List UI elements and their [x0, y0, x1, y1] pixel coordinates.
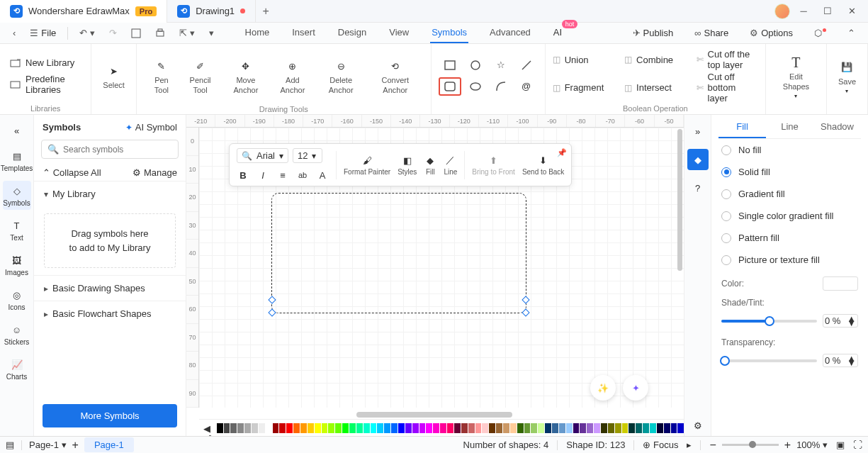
more-symbols-button[interactable]: More Symbols — [43, 404, 177, 427]
color-swatch[interactable] — [587, 423, 593, 433]
color-swatch[interactable] — [328, 423, 334, 433]
color-swatch[interactable] — [398, 423, 405, 433]
color-swatch[interactable] — [671, 423, 677, 433]
maximize-button[interactable]: ☐ — [817, 1, 838, 21]
union-button[interactable]: ◫ Union — [553, 49, 614, 70]
color-swatch[interactable] — [335, 423, 342, 433]
color-swatch[interactable] — [363, 423, 370, 433]
menu-home[interactable]: Home — [244, 23, 271, 43]
basic-flowchart-section[interactable]: ▸ Basic Flowchart Shapes — [34, 301, 186, 326]
color-swatch[interactable] — [286, 423, 293, 433]
doc-tab[interactable]: ⟲ Drawing1 — [167, 0, 256, 23]
color-swatch[interactable] — [461, 423, 468, 433]
color-swatch[interactable] — [657, 423, 663, 433]
move-anchor-tool[interactable]: ✥Move Anchor — [221, 48, 270, 105]
shape-arc[interactable] — [490, 77, 512, 96]
fontcolor-button[interactable]: A — [316, 169, 329, 181]
color-swatch[interactable] — [538, 423, 544, 433]
color-swatch[interactable] — [573, 423, 580, 433]
selected-shape[interactable] — [271, 193, 526, 313]
predef-libraries-button[interactable]: Predefine Libraries — [7, 72, 84, 96]
tab-line[interactable]: Line — [766, 115, 813, 138]
collapse-left[interactable]: « — [3, 121, 31, 140]
color-swatch[interactable] — [552, 423, 558, 433]
color-swatch[interactable] — [391, 423, 398, 433]
color-swatch[interactable] — [622, 423, 629, 433]
shape-ellipse[interactable] — [464, 77, 487, 96]
color-swatch[interactable] — [217, 423, 223, 433]
trans-slider[interactable] — [721, 359, 817, 362]
share-button[interactable]: ∞ Share — [689, 25, 734, 41]
opt-pattern[interactable]: Pattern fill — [718, 227, 861, 249]
color-swatch[interactable] — [629, 423, 635, 433]
color-swatch[interactable] — [349, 423, 356, 433]
sparkle-button[interactable]: ✨ — [590, 375, 616, 401]
font-select[interactable]: 🔍 Arial ▾ — [237, 148, 288, 163]
color-swatch[interactable] — [510, 423, 517, 433]
nav-symbols[interactable]: ◇Symbols — [3, 181, 31, 210]
case-button[interactable]: ab — [296, 169, 309, 181]
opt-nofill[interactable]: No fill — [718, 139, 861, 161]
color-swatch[interactable] — [419, 423, 426, 433]
color-swatch[interactable] — [636, 423, 642, 433]
color-swatch[interactable] — [384, 423, 390, 433]
shape-star[interactable]: ☆ — [490, 56, 512, 74]
color-swatch[interactable] — [433, 423, 439, 433]
color-swatch[interactable] — [594, 423, 600, 433]
color-swatch[interactable] — [566, 423, 573, 433]
shade-value[interactable]: 0 %▲▼ — [823, 314, 858, 328]
shape-roundrect[interactable] — [439, 77, 461, 96]
add-anchor-tool[interactable]: ⊕Add Anchor — [271, 48, 315, 105]
page-select[interactable]: Page-1 ▾ — [29, 440, 67, 450]
cut-bottom-button[interactable]: ✄ Cut off bottom layer — [697, 72, 758, 104]
shape-spiral[interactable]: @ — [515, 77, 538, 96]
bold-button[interactable]: B — [237, 169, 249, 181]
print-button[interactable] — [150, 26, 171, 41]
color-swatch[interactable] — [230, 423, 237, 433]
canvas[interactable]: -210-200-190-180-170-160-150-140-130-120… — [186, 115, 684, 436]
color-swatch[interactable] — [405, 423, 412, 433]
opt-single-gradient[interactable]: Single color gradient fill — [718, 205, 861, 227]
pages-icon[interactable]: ▤ — [6, 440, 14, 450]
intersect-button[interactable]: ◫ Intersect — [624, 72, 686, 104]
color-swatch[interactable] — [356, 423, 363, 433]
more-qat[interactable]: ▾ — [203, 25, 220, 41]
color-swatch[interactable] — [273, 423, 279, 433]
focus-mode[interactable]: ⊕ Focus — [643, 440, 678, 450]
shape-rect[interactable] — [439, 56, 461, 74]
edit-shapes-button[interactable]: TEdit Shapes▾ — [773, 48, 819, 105]
help-button[interactable]: ? — [687, 177, 709, 198]
fit-page[interactable]: ▣ — [836, 440, 845, 450]
color-swatch[interactable] — [531, 423, 537, 433]
ribbon-save-button[interactable]: 💾Save▾ — [834, 48, 860, 105]
opt-gradient[interactable]: Gradient fill — [718, 183, 861, 205]
new-library-button[interactable]: New Library — [7, 56, 77, 69]
color-swatch[interactable] — [468, 423, 475, 433]
nav-charts[interactable]: 📈Charts — [3, 354, 31, 384]
save-button[interactable] — [125, 26, 147, 41]
color-swatch[interactable] — [237, 423, 244, 433]
line-style-button[interactable]: ／Line — [444, 154, 457, 176]
color-swatch[interactable] — [475, 423, 482, 433]
color-swatch[interactable] — [308, 423, 314, 433]
shape-circle[interactable] — [464, 56, 487, 74]
color-swatch[interactable] — [517, 423, 524, 433]
play-button[interactable]: ▸ — [687, 440, 692, 450]
color-swatch[interactable] — [300, 423, 307, 433]
hscrollbar[interactable] — [356, 412, 512, 418]
color-swatch[interactable] — [412, 423, 419, 433]
tab-shadow[interactable]: Shadow — [813, 115, 861, 138]
drop-zone[interactable]: Drag symbols hereto add to My Library — [44, 213, 176, 268]
settings-gear[interactable]: ⚙ — [687, 415, 709, 436]
opt-picture[interactable]: Picture or texture fill — [718, 249, 861, 271]
fragment-button[interactable]: ◫ Fragment — [553, 72, 614, 104]
ai-symbol-button[interactable]: ✦ AI Symbol — [125, 122, 177, 133]
user-avatar[interactable] — [774, 4, 790, 19]
eyedropper-button[interactable]: ◀🖊 — [203, 423, 216, 433]
notif-button[interactable]: ⬡ — [808, 25, 832, 41]
publish-button[interactable]: ✈ Publish — [627, 25, 680, 41]
color-swatch[interactable] — [447, 423, 453, 433]
color-swatch[interactable] — [440, 423, 446, 433]
search-input[interactable] — [63, 145, 172, 155]
italic-button[interactable]: I — [257, 169, 269, 181]
